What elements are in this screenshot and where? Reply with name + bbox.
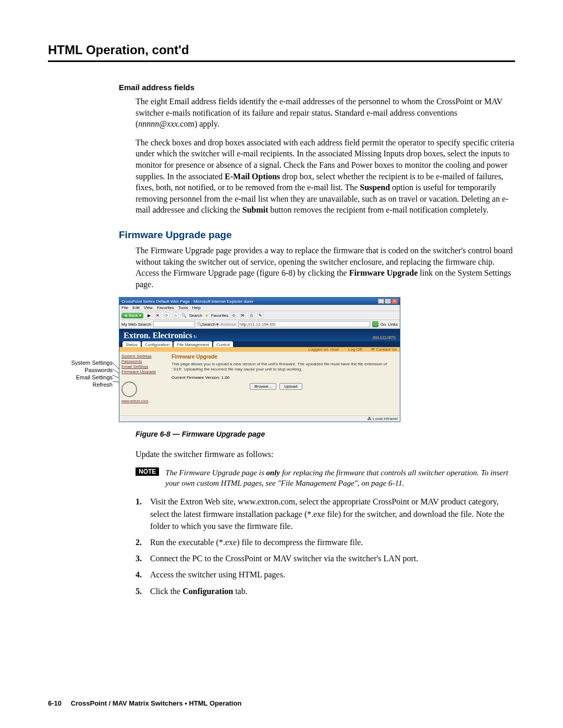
- my-web-search-input[interactable]: [153, 321, 195, 327]
- banner-title: Extron. Electronics: [124, 331, 192, 340]
- contact-link[interactable]: ✉ Contact Us: [371, 347, 397, 352]
- extron-logo-icon: [121, 381, 137, 397]
- step-2: 2.Run the executable (*.exe) file to dec…: [136, 536, 515, 548]
- sidebar: System Settings Passwords Email Settings…: [119, 352, 167, 422]
- menu-tools[interactable]: Tools: [178, 305, 188, 310]
- banner-phone: 800.633.9876: [373, 336, 396, 340]
- browser-window: CrossPoint Series Default Web Page - Mic…: [119, 297, 400, 422]
- callout-refresh: Refresh: [46, 381, 113, 389]
- upload-button[interactable]: Upload: [279, 383, 302, 390]
- note-block: NOTE The Firmware Upgrade page is only f…: [136, 467, 515, 489]
- toolbar: ◄ Back ▾ ▶ ✖ ⟳ ⌂ 🔍 Search ★ Favorites ⊙ …: [119, 311, 400, 320]
- update-intro: Update the switcher firmware as follows:: [136, 449, 515, 460]
- go-button[interactable]: →: [372, 321, 378, 327]
- menu-view[interactable]: View: [144, 305, 153, 310]
- window-title: CrossPoint Series Default Web Page - Mic…: [121, 299, 253, 304]
- my-web-search-label: My Web Search: [121, 322, 151, 327]
- note-label: NOTE: [136, 467, 159, 476]
- mail-icon[interactable]: ✉: [240, 312, 246, 318]
- address-input[interactable]: http://11.13.194.65/: [238, 321, 370, 327]
- window-titlebar: CrossPoint Series Default Web Page - Mic…: [119, 298, 400, 305]
- step-4: 4.Access the switcher using HTML pages.: [136, 569, 515, 581]
- step-3: 3.Connect the PC to the CrossPoint or MA…: [136, 552, 515, 564]
- minimize-button[interactable]: _: [378, 299, 384, 304]
- favorites-icon: ★: [205, 313, 209, 318]
- step-5: 5.Click the Configuration tab.: [136, 585, 515, 597]
- callout-passwords: Passwords: [46, 367, 113, 374]
- sidebar-item-firmware-upgrade[interactable]: Firmware Upgrade: [121, 369, 165, 374]
- logoff-link[interactable]: Log Off: [348, 347, 362, 352]
- sidebar-item-email-settings[interactable]: Email Settings: [121, 364, 165, 369]
- stop-button[interactable]: ✖: [155, 312, 161, 318]
- main-panel: Firmware Upgrade This page allows you to…: [167, 352, 400, 422]
- paragraph-email-2: The check boxes and drop boxes associate…: [136, 137, 515, 216]
- figure-6-8: System Settings Passwords Email Settings…: [46, 297, 515, 425]
- document-page: HTML Operation, cont'd Email address fie…: [0, 0, 563, 728]
- status-bar: 🖧 Local intranet: [119, 415, 400, 422]
- page-title: HTML Operation, cont'd: [48, 43, 515, 57]
- menu-bar: File Edit View Favorites Tools Help: [119, 305, 400, 311]
- history-icon[interactable]: ⊙: [231, 312, 237, 318]
- tab-control[interactable]: Control: [213, 341, 233, 347]
- favorites-label[interactable]: Favorites: [211, 313, 228, 318]
- content-body: Email address fields The eight Email add…: [119, 83, 515, 597]
- figure-callouts: System Settings Passwords Email Settings…: [46, 360, 113, 388]
- status-text: Local intranet: [373, 416, 398, 421]
- tab-file-management[interactable]: File Management: [174, 341, 212, 347]
- step-1: 1.Visit the Extron Web site, www.extron.…: [136, 496, 515, 532]
- logged-on-label: Logged on: Host: [308, 347, 339, 352]
- menu-help[interactable]: Help: [192, 305, 200, 310]
- steps-list: 1.Visit the Extron Web site, www.extron.…: [136, 496, 515, 597]
- edit-icon[interactable]: ✎: [258, 312, 264, 318]
- menu-favorites[interactable]: Favorites: [157, 305, 174, 310]
- paragraph-email-1: The eight Email address fields identify …: [136, 96, 515, 130]
- refresh-button[interactable]: ⟳: [164, 312, 170, 318]
- title-rule: [48, 60, 515, 62]
- page-content: System Settings Passwords Email Settings…: [119, 352, 400, 422]
- back-button[interactable]: ◄ Back ▾: [121, 313, 143, 318]
- tab-configuration[interactable]: Configuration: [142, 341, 173, 347]
- print-icon[interactable]: ⎙: [249, 312, 255, 318]
- sidebar-item-passwords[interactable]: Passwords: [121, 359, 165, 364]
- close-button[interactable]: ×: [391, 299, 398, 304]
- paragraph-firmware-intro: The Firmware Upgrade page provides a way…: [136, 245, 515, 290]
- firmware-version-label: Current Firmware Version: 1.06: [172, 375, 396, 380]
- sidebar-item-system-settings[interactable]: System Settings: [121, 354, 165, 359]
- search-button-small[interactable]: 🔍Search ▾: [197, 322, 219, 327]
- heading-email-fields: Email address fields: [119, 83, 515, 92]
- search-row: My Web Search 🔍Search ▾ Address http://1…: [119, 320, 400, 329]
- forward-button[interactable]: ▶: [146, 312, 152, 318]
- home-button[interactable]: ⌂: [173, 312, 179, 318]
- tab-status[interactable]: Status: [123, 341, 141, 347]
- banner-logo-icon: ↻: [193, 335, 197, 339]
- figure-caption: Figure 6-8 — Firmware Upgrade page: [136, 430, 515, 438]
- tabs-row: Status Configuration File Management Con…: [119, 341, 400, 347]
- page-number: 6-10: [48, 699, 62, 707]
- page-footer: 6-10 CrossPoint / MAV Matrix Switchers •…: [48, 699, 241, 707]
- top-strip: Logged on: Host Log Off ✉ Contact Us: [119, 347, 400, 352]
- callout-email-settings: Email Settings: [46, 374, 113, 381]
- maximize-button[interactable]: □: [385, 299, 391, 304]
- menu-edit[interactable]: Edit: [132, 305, 140, 310]
- sidebar-url[interactable]: www.extron.com: [121, 399, 165, 403]
- search-label[interactable]: Search: [189, 313, 202, 318]
- site-banner: Extron. Electronics ↻ 800.633.9876: [119, 329, 400, 341]
- footer-text: CrossPoint / MAV Matrix Switchers • HTML…: [71, 699, 242, 707]
- callout-system-settings: System Settings: [46, 360, 113, 367]
- zone-icon: 🖧: [368, 416, 372, 421]
- note-text: The Firmware Upgrade page is only for re…: [165, 467, 515, 489]
- browse-button[interactable]: Browse...: [250, 383, 276, 390]
- address-label: Address: [221, 322, 236, 327]
- panel-description: This page allows you to upload a new ver…: [172, 362, 396, 372]
- menu-file[interactable]: File: [121, 305, 128, 310]
- search-icon: 🔍: [181, 313, 187, 318]
- heading-firmware-upgrade: Firmware Upgrade page: [119, 229, 515, 241]
- panel-title: Firmware Upgrade: [172, 354, 396, 360]
- go-label: Go: [381, 322, 386, 327]
- links-label[interactable]: Links: [388, 322, 398, 327]
